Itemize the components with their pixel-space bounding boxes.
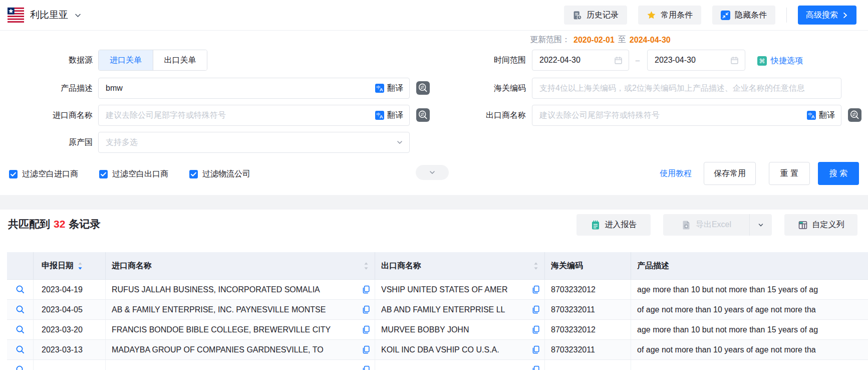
translate-button[interactable]: 中A 翻译 (807, 110, 835, 121)
copy-icon[interactable] (362, 365, 370, 370)
importer-name[interactable]: AB & FAMILY ENTERPRISE, INC. PAYNESVILLE… (112, 305, 359, 314)
tutorial-link[interactable]: 使用教程 (660, 162, 692, 185)
exporter-name[interactable]: KOIL INC DBA VSHIP CO U.S.A. (381, 345, 528, 354)
collapse-icon (721, 11, 730, 20)
filter-blank-exporter-checkbox[interactable]: 过滤空白出口商 (99, 169, 168, 179)
column-header-hs-code: 海关编码 (545, 252, 631, 279)
filter-blank-importer-checkbox[interactable]: 过滤空白进口商 (9, 169, 78, 179)
country-selector[interactable]: 利比里亚 (8, 8, 82, 23)
column-header-product-description: 产品描述 (631, 252, 868, 279)
product-description: age more than 10 but not more than 15 ye… (637, 285, 868, 294)
customize-columns-label: 自定义列 (812, 220, 844, 230)
importer-name[interactable]: FRANCIS BONDOE BIBLE COLLEGE, BREWERVILL… (112, 325, 359, 334)
search-icon[interactable] (16, 305, 25, 314)
quick-options-label: 快捷选项 (771, 56, 803, 66)
search-icon[interactable] (16, 345, 25, 354)
date-from-input[interactable]: 2022-04-30 (532, 50, 629, 71)
translate-icon: 中A (807, 111, 816, 120)
importer-name[interactable]: RUFUS JALLAH BUSINESS, INCORPORATED SOMA… (112, 285, 359, 294)
svg-text:A: A (380, 114, 383, 119)
importer-name[interactable]: MADAYBA GROUP OF COMPANIES GARDNESVILLE,… (112, 345, 359, 354)
table-row (7, 360, 868, 370)
copy-icon[interactable] (531, 325, 540, 334)
export-excel-button[interactable]: 导出Excel (663, 214, 749, 236)
enter-report-button[interactable]: 进入报告 (576, 214, 651, 236)
copy-icon[interactable] (531, 285, 540, 294)
copy-icon[interactable] (362, 285, 370, 294)
product-description: age more than 10 but not more than 15 ye… (637, 325, 868, 334)
translate-icon: 中A (375, 84, 384, 93)
hs-code: 8703232012 (551, 325, 596, 334)
fuzzy-match-icon[interactable] (416, 81, 430, 95)
column-header-importer-name[interactable]: 进口商名称 (106, 252, 375, 279)
copy-icon[interactable] (531, 365, 540, 370)
copy-icon[interactable] (362, 305, 370, 314)
results-summary: 共匹配到32条记录 (8, 217, 100, 231)
chevron-down-icon (428, 168, 436, 176)
tab-export-declarations[interactable]: 出口关单 (153, 50, 207, 70)
sort-carets-icon[interactable] (533, 262, 538, 270)
exporter-name[interactable]: MURVEE BOBBY JOHN (381, 325, 528, 334)
report-icon (591, 220, 601, 230)
translate-button[interactable]: 中A 翻译 (375, 110, 403, 121)
fuzzy-match-icon[interactable] (848, 108, 861, 122)
search-icon[interactable] (16, 325, 25, 334)
calendar-icon (614, 56, 623, 65)
svg-text:A: A (811, 114, 815, 119)
row-detail-cell (7, 340, 34, 359)
datasource-tabs: 进口关单 出口关单 (98, 50, 207, 71)
filter-logistics-checkbox[interactable]: 过滤物流公司 (189, 169, 250, 179)
product-description-cell: age more than 10 but not more than 15 ye… (631, 280, 868, 299)
hs-code-input[interactable]: 支持4位以上海关编码，或2位海关编码加上产品描述、企业名称的任意信息 (532, 78, 841, 99)
export-options-dropdown[interactable] (749, 214, 772, 236)
quick-options-button[interactable]: ⌘ 快捷选项 (757, 56, 803, 66)
fuzzy-match-icon[interactable] (416, 108, 430, 122)
search-icon[interactable] (16, 365, 25, 370)
date-to-value: 2023-04-30 (655, 56, 730, 65)
product-description-input[interactable]: bmw 中A 翻译 (98, 78, 410, 99)
save-common-button[interactable]: 保存常用 (704, 162, 756, 185)
importer-name-input[interactable]: 建议去除公司尾部字符或特殊符号 中A 翻译 (98, 105, 410, 126)
checkbox-checked-icon (99, 170, 108, 178)
search-button[interactable]: 搜 索 (818, 162, 859, 185)
hs-code-label: 海关编码 (458, 78, 526, 99)
copy-icon[interactable] (362, 345, 370, 354)
hide-conditions-button[interactable]: 隐藏条件 (712, 6, 775, 25)
update-range-to: 2024-04-30 (630, 36, 671, 45)
customize-columns-button[interactable]: 自定义列 (784, 214, 857, 236)
exporter-name[interactable]: VSHIP UNITED STATES OF AMER (381, 285, 528, 294)
search-icon[interactable] (16, 285, 25, 294)
checkbox-checked-icon (189, 170, 198, 178)
declaration-date: 2023-03-13 (42, 345, 83, 354)
table-header-row: 申报日期 进口商名称 出口商 (7, 252, 868, 280)
column-header-exporter-name[interactable]: 出口商名称 (375, 252, 545, 279)
copy-icon[interactable] (531, 345, 540, 354)
copy-icon[interactable] (531, 305, 540, 314)
declaration-date-cell: 2023-03-20 (34, 320, 106, 339)
exporter-name-input[interactable]: 建议去除公司尾部字符或特殊符号 中A 翻译 (532, 105, 841, 126)
update-range: 更新范围： 2020-02-01 至 2024-04-30 (530, 35, 671, 45)
declaration-date-cell (34, 360, 106, 370)
date-from-value: 2022-04-30 (539, 56, 614, 65)
origin-country-select[interactable]: 支持多选 (98, 132, 410, 153)
product-description: of age not more than 10 years of age not… (637, 305, 868, 314)
date-to-input[interactable]: 2023-04-30 (647, 50, 745, 71)
sort-carets-icon[interactable] (78, 262, 83, 270)
copy-icon[interactable] (362, 325, 370, 334)
declaration-date-cell: 2023-04-19 (34, 280, 106, 299)
product-description-cell (631, 360, 868, 370)
tab-import-declarations[interactable]: 进口关单 (99, 50, 153, 70)
exporter-name-cell: MURVEE BOBBY JOHN (375, 320, 545, 339)
results-panel: 共匹配到32条记录 进入报告 导出Excel (0, 210, 868, 370)
reset-button[interactable]: 重 置 (769, 162, 810, 185)
collapse-panel-button[interactable] (416, 165, 449, 180)
column-header-declaration-date[interactable]: 申报日期 (34, 252, 106, 279)
translate-button[interactable]: 中A 翻译 (375, 83, 403, 94)
origin-country-placeholder: 支持多选 (106, 137, 396, 148)
exporter-name[interactable]: AB AND FAMILY ENTERPRISE LL (381, 305, 528, 314)
history-button[interactable]: 历史记录 (564, 6, 627, 25)
sort-carets-icon[interactable] (364, 262, 369, 270)
advanced-search-button[interactable]: 高级搜索 (798, 6, 856, 25)
favorites-button[interactable]: 常用条件 (638, 6, 701, 25)
hs-code-cell: 8703232011 (545, 300, 631, 319)
